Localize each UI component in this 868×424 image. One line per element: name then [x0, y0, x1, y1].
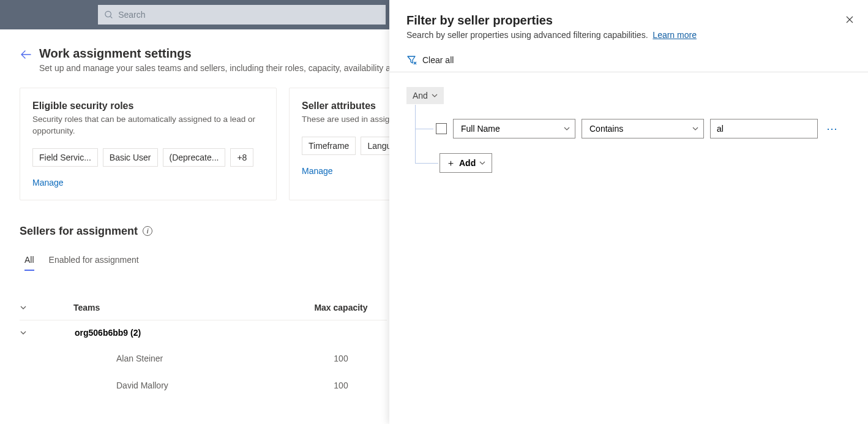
filter-rule: Full Name Contains ⋯ — [406, 119, 851, 138]
field-select[interactable]: Full Name — [453, 119, 575, 138]
tab-enabled[interactable]: Enabled for assignment — [49, 255, 139, 271]
chevron-down-icon — [564, 126, 570, 132]
role-chip[interactable]: Field Servic... — [32, 148, 98, 167]
connector-line — [415, 128, 438, 164]
info-icon[interactable]: i — [143, 226, 152, 236]
chevron-down-icon[interactable] — [20, 304, 56, 311]
role-chip-more[interactable]: +8 — [230, 148, 253, 167]
and-label: And — [413, 91, 428, 100]
add-label: Add — [459, 158, 476, 168]
roles-card-desc: Security roles that can be automatically… — [32, 114, 264, 137]
seller-cap: 100 — [295, 354, 387, 363]
panel-subtitle-text: Search by seller properties using advanc… — [406, 30, 648, 40]
roles-manage-link[interactable]: Manage — [32, 178, 264, 187]
svg-point-0 — [105, 11, 111, 17]
group-name: org506b6bb9 (2) — [56, 328, 295, 338]
panel-subtitle: Search by seller properties using advanc… — [406, 30, 851, 40]
seller-name: David Mallory — [56, 380, 295, 390]
operator-select-value: Contains — [589, 124, 623, 134]
add-button[interactable]: ＋ Add — [440, 153, 492, 173]
roles-card-title: Eligible security roles — [32, 100, 264, 112]
filter-clear-icon[interactable] — [406, 55, 417, 66]
role-chip[interactable]: Basic User — [103, 148, 158, 167]
connector-line — [415, 105, 433, 129]
more-icon[interactable]: ⋯ — [826, 122, 839, 135]
plus-icon: ＋ — [446, 157, 455, 169]
group-operator-and[interactable]: And — [406, 87, 444, 104]
operator-select[interactable]: Contains — [582, 119, 704, 138]
col-max[interactable]: Max capacity — [295, 303, 387, 312]
role-chip[interactable]: (Deprecate... — [163, 148, 226, 167]
back-arrow-icon[interactable] — [20, 47, 32, 60]
search-input[interactable] — [118, 10, 380, 20]
global-search[interactable] — [98, 5, 386, 25]
clear-all-button[interactable]: Clear all — [422, 55, 454, 65]
tab-all[interactable]: All — [24, 255, 34, 271]
value-input[interactable] — [710, 119, 818, 138]
chevron-down-icon — [479, 160, 485, 166]
table-row[interactable]: Alan Steiner 100 — [20, 345, 387, 372]
group-row[interactable]: org506b6bb9 (2) — [20, 320, 387, 345]
filter-panel: Filter by seller properties Search by se… — [389, 0, 868, 424]
eligible-roles-card: Eligible security roles Security roles t… — [20, 88, 277, 200]
chevron-down-icon — [432, 93, 438, 99]
seller-name: Alan Steiner — [56, 354, 295, 363]
chevron-down-icon — [692, 126, 698, 132]
col-teams[interactable]: Teams — [56, 303, 295, 312]
field-select-value: Full Name — [461, 124, 500, 134]
attr-chip[interactable]: Timeframe — [302, 137, 356, 155]
svg-line-1 — [110, 17, 112, 18]
panel-title: Filter by seller properties — [406, 13, 851, 28]
sellers-heading-label: Sellers for assignment — [20, 225, 138, 238]
chevron-down-icon[interactable] — [20, 329, 56, 336]
table-row[interactable]: David Mallory 100 — [20, 372, 387, 399]
seller-cap: 100 — [295, 380, 387, 390]
search-icon — [104, 10, 113, 20]
close-icon[interactable] — [845, 15, 855, 25]
learn-more-link[interactable]: Learn more — [653, 30, 697, 40]
sellers-table: Teams Max capacity org506b6bb9 (2) Alan … — [20, 295, 387, 399]
